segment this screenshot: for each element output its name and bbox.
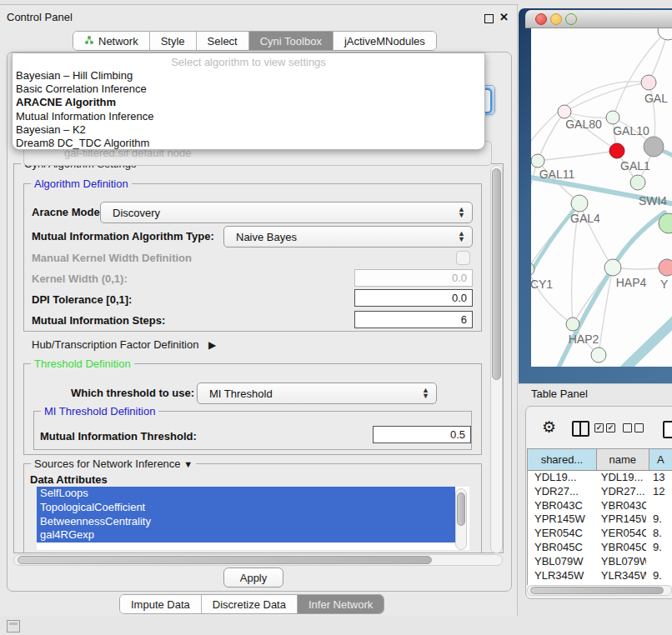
mi-threshold-input[interactable]: 0.5 <box>373 426 471 443</box>
data-attribute-item[interactable]: SelfLoops <box>37 487 455 501</box>
network-node[interactable] <box>630 175 645 190</box>
table-cell: 8. <box>646 527 672 541</box>
table-cell: 9. <box>646 569 672 583</box>
split-columns-icon[interactable] <box>572 421 589 437</box>
network-canvas[interactable]: GALGAL80GAL10GAL11GAL1SWI4GAL4GCY1HAP4YH… <box>531 28 672 367</box>
network-node[interactable] <box>609 143 624 158</box>
mi-type-combobox[interactable]: Naive Bayes ▲▼ <box>223 226 473 248</box>
table-row[interactable]: YBL079WYBL079W <box>528 555 672 569</box>
node-table: shared...nameA YDL19...YDL19...13YDR27..… <box>527 448 672 585</box>
table-cell: YDR27... <box>528 485 594 499</box>
table-hscroll-thumb[interactable] <box>530 587 664 594</box>
table-cell: YLR345W <box>594 569 646 583</box>
network-node[interactable] <box>591 348 606 362</box>
which-threshold-label: Which threshold to use: <box>71 387 194 399</box>
table-row[interactable]: YBR045CYBR045C9. <box>528 541 672 555</box>
close-icon[interactable]: ✕ <box>499 11 509 23</box>
tab-label: Select <box>208 35 238 48</box>
network-node[interactable] <box>659 259 672 276</box>
expand-arrow-icon[interactable]: ▶ <box>208 339 216 351</box>
table-cell: 12 <box>646 485 672 499</box>
collapse-arrow-icon[interactable]: ▼ <box>183 459 193 469</box>
table-column-header[interactable]: shared... <box>528 449 597 470</box>
network-edge <box>538 151 617 161</box>
dropdown-item[interactable]: Bayesian – K2 <box>13 123 484 137</box>
hub-definition-toggle[interactable]: Hub/Transcription Factor Definition ▶ <box>32 338 216 351</box>
data-attribute-item[interactable]: BetweennessCentrality <box>37 515 455 529</box>
select-all-checkbox-icon[interactable]: ✓ <box>606 423 615 432</box>
network-node-label: GAL <box>644 92 668 105</box>
dropdown-item[interactable]: ARACNE Algorithm <box>13 96 484 109</box>
dpi-tolerance-input[interactable]: 0.0 <box>354 289 473 307</box>
attributes-scrollbar[interactable] <box>455 488 467 550</box>
tab-infer-network[interactable]: Infer Network <box>298 595 384 613</box>
table-row[interactable]: YER054CYER054C8. <box>528 527 672 541</box>
algorithm-dropdown-placeholder: Select algorithm to view settings <box>13 53 484 69</box>
minimize-traffic-light-icon[interactable] <box>550 13 562 25</box>
export-table-icon[interactable] <box>663 421 672 438</box>
network-node[interactable] <box>571 195 588 212</box>
network-node[interactable] <box>531 154 544 168</box>
dropdown-item[interactable]: Basic Correlation Inference <box>13 82 484 96</box>
deselect-all-checkbox-icon[interactable] <box>634 423 644 432</box>
which-threshold-combobox[interactable]: MI Threshold ▲▼ <box>197 382 437 404</box>
deselect-all-checkbox-icon[interactable] <box>623 423 632 432</box>
tab-select[interactable]: Select <box>197 32 249 50</box>
manual-kernel-checkbox[interactable] <box>456 251 470 265</box>
settings-horizontal-scrollbar[interactable] <box>13 554 503 566</box>
attributes-scrollbar-thumb[interactable] <box>457 492 465 526</box>
dropdown-item[interactable]: Bayesian – Hill Climbing <box>13 69 484 82</box>
table-row[interactable]: YBR043CYBR043C <box>528 499 672 513</box>
dropdown-item[interactable]: Mutual Information Inference <box>13 110 484 123</box>
table-column-header[interactable]: A <box>649 449 672 470</box>
tab-network[interactable]: Network <box>73 32 150 50</box>
data-attribute-item[interactable]: TopologicalCoefficient <box>37 501 455 515</box>
table-row[interactable]: YLR345WYLR345W9. <box>528 569 672 583</box>
zoom-traffic-light-icon[interactable] <box>565 13 577 25</box>
select-all-checkbox-icon[interactable]: ✓ <box>594 423 604 432</box>
network-node-label: Y <box>660 278 669 291</box>
settings-vertical-scrollbar[interactable] <box>490 165 503 553</box>
network-node[interactable] <box>644 137 664 157</box>
manual-kernel-label: Manual Kernel Width Definition <box>32 252 192 264</box>
combobox-arrows-icon: ▲▼ <box>422 388 429 399</box>
network-node[interactable] <box>641 75 656 90</box>
tab-jactivemnodules[interactable]: jActiveMNodules <box>333 32 436 50</box>
data-attribute-item[interactable]: gal4RGexp <box>37 528 455 542</box>
settings-vscroll-thumb[interactable] <box>492 168 501 380</box>
application-window: Control Panel ✕ NetworkStyleSelectCyni T… <box>0 0 672 635</box>
dpi-tolerance-label: DPI Tolerance [0,1]: <box>32 293 132 306</box>
panel-dock-icon[interactable] <box>7 620 20 632</box>
tab-style[interactable]: Style <box>150 32 197 50</box>
mi-steps-input[interactable]: 6 <box>354 311 473 328</box>
tab-cyni-toolbox[interactable]: Cyni Toolbox <box>249 32 333 50</box>
network-window-titlebar[interactable] <box>525 10 672 28</box>
table-row[interactable]: YPR145WYPR145W9. <box>528 512 672 527</box>
tab-impute-data[interactable]: Impute Data <box>120 595 202 613</box>
table-row[interactable]: YDL19...YDL19...13 <box>528 471 672 485</box>
dropdown-item[interactable]: Dream8 DC_TDC Algorithm <box>13 137 484 150</box>
network-node[interactable] <box>558 105 571 118</box>
gear-icon[interactable]: ⚙ <box>542 419 556 435</box>
close-traffic-light-icon[interactable] <box>535 13 547 25</box>
data-attributes-list: SelfLoopsTopologicalCoefficientBetweenne… <box>37 487 469 550</box>
network-node-label: GAL80 <box>565 118 602 131</box>
kernel-width-input[interactable]: 0.0 <box>354 269 473 287</box>
tab-discretize-data[interactable]: Discretize Data <box>202 595 298 613</box>
table-cell: YER054C <box>594 527 646 541</box>
network-node[interactable] <box>566 318 579 331</box>
table-row[interactable]: YDR27...YDR27...12 <box>528 485 672 499</box>
algorithm-dropdown-items: Bayesian – Hill ClimbingBasic Correlatio… <box>13 69 484 150</box>
table-cell: YPR145W <box>528 512 594 527</box>
settings-hscroll-thumb[interactable] <box>18 556 432 564</box>
table-horizontal-scrollbar[interactable] <box>527 585 672 596</box>
table-panel-title: Table Panel <box>531 388 588 400</box>
table-cell: YLR345W <box>528 569 594 583</box>
aracne-mode-combobox[interactable]: Discovery ▲▼ <box>100 202 473 223</box>
apply-button[interactable]: Apply <box>223 568 283 588</box>
network-node-label: GAL10 <box>613 124 649 138</box>
network-node[interactable] <box>604 259 621 276</box>
float-window-icon[interactable] <box>484 14 494 23</box>
network-node[interactable] <box>606 111 619 124</box>
table-column-header[interactable]: name <box>597 449 649 470</box>
